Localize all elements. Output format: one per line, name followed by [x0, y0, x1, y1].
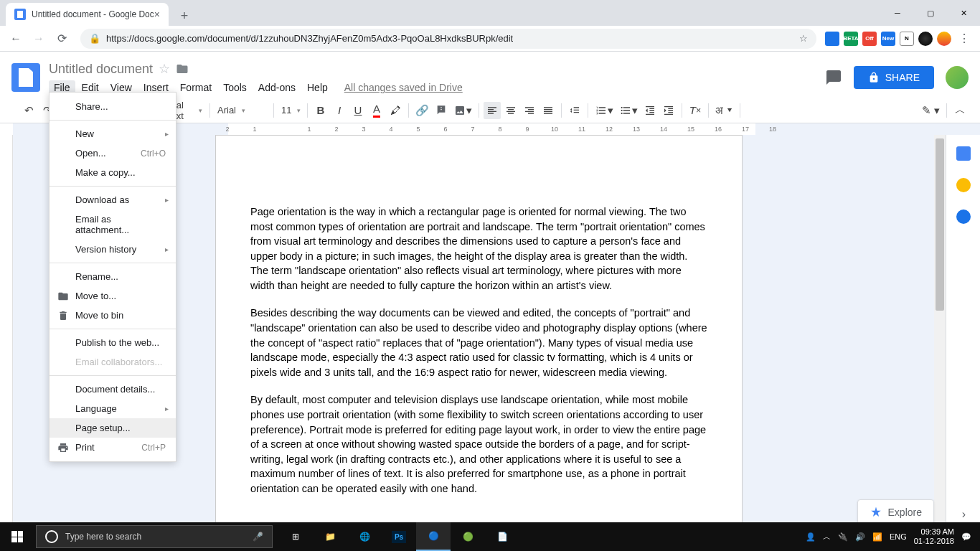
menu-email-attachment[interactable]: Email as attachment...: [50, 209, 176, 240]
extension-icon[interactable]: [825, 32, 839, 46]
align-center-button[interactable]: [502, 102, 519, 119]
extension-icon[interactable]: N: [900, 32, 914, 46]
star-icon[interactable]: ☆: [159, 61, 170, 77]
language-indicator[interactable]: ENG: [890, 532, 907, 541]
profile-icon[interactable]: [937, 32, 951, 46]
text-color-button[interactable]: A: [368, 102, 385, 119]
menu-publish[interactable]: Publish to the web...: [50, 333, 176, 352]
task-view-icon[interactable]: ⊞: [278, 522, 313, 551]
undo-button[interactable]: ↶: [20, 102, 37, 119]
save-status[interactable]: All changes saved in Drive: [344, 82, 463, 93]
account-avatar[interactable]: [946, 66, 969, 89]
menu-move-to[interactable]: Move to...: [50, 286, 176, 306]
bookmark-star-icon[interactable]: ☆: [799, 33, 808, 44]
underline-button[interactable]: U: [349, 102, 367, 119]
power-icon[interactable]: 🔌: [838, 532, 848, 542]
align-justify-button[interactable]: [540, 102, 557, 119]
app-icon[interactable]: 🌐: [347, 522, 382, 551]
docs-logo-icon[interactable]: [11, 63, 40, 92]
forward-button[interactable]: →: [29, 29, 49, 49]
comments-icon[interactable]: [825, 69, 842, 86]
new-tab-button[interactable]: +: [174, 6, 194, 26]
menu-addons[interactable]: Add-ons: [253, 80, 301, 95]
decrease-indent-button[interactable]: [641, 102, 659, 119]
vertical-ruler[interactable]: [0, 135, 13, 534]
menu-print[interactable]: PrintCtrl+P: [50, 438, 176, 457]
font-size-select[interactable]: 11: [278, 102, 303, 119]
photoshop-icon[interactable]: Ps: [382, 522, 416, 551]
extension-icon[interactable]: Off: [862, 32, 877, 46]
paragraph[interactable]: By default, most computer and television…: [250, 392, 707, 496]
back-button[interactable]: ←: [6, 29, 26, 49]
menu-make-copy[interactable]: Make a copy...: [50, 163, 176, 182]
volume-icon[interactable]: 🔊: [855, 532, 865, 542]
align-right-button[interactable]: [521, 102, 538, 119]
increase-indent-button[interactable]: [660, 102, 677, 119]
menu-rename[interactable]: Rename...: [50, 267, 176, 286]
notifications-icon[interactable]: 💬: [961, 532, 971, 542]
calendar-icon[interactable]: [956, 146, 971, 161]
extension-icon[interactable]: BETA: [844, 32, 858, 46]
extension-icon[interactable]: [918, 32, 933, 46]
mic-icon[interactable]: 🎤: [253, 532, 263, 542]
close-window-button[interactable]: ✕: [947, 0, 980, 26]
keep-icon[interactable]: [956, 178, 971, 192]
menu-help[interactable]: Help: [302, 80, 333, 95]
clock[interactable]: 09:39 AM 01-12-2018: [914, 527, 954, 546]
folder-icon[interactable]: [176, 62, 189, 75]
share-button[interactable]: SHARE: [854, 66, 934, 89]
document-title[interactable]: Untitled document: [49, 62, 153, 77]
reload-button[interactable]: ⟳: [52, 29, 72, 49]
menu-format[interactable]: Format: [175, 80, 217, 95]
menu-page-setup[interactable]: Page setup...: [50, 418, 176, 438]
maximize-button[interactable]: ▢: [914, 0, 947, 26]
wifi-icon[interactable]: 📶: [872, 532, 882, 542]
menu-language[interactable]: Language: [50, 399, 176, 418]
menu-tools[interactable]: Tools: [218, 80, 252, 95]
people-icon[interactable]: 👤: [806, 532, 816, 542]
numbered-list-button[interactable]: ▾: [593, 102, 616, 119]
tray-chevron-icon[interactable]: ︿: [823, 532, 831, 542]
menu-move-to-bin[interactable]: Move to bin: [50, 306, 176, 325]
menu-share[interactable]: Share...: [50, 97, 176, 116]
paragraph[interactable]: Besides describing the way documents can…: [250, 306, 707, 380]
close-tab-icon[interactable]: ×: [154, 9, 160, 20]
menu-document-details[interactable]: Document details...: [50, 380, 176, 399]
address-bar[interactable]: 🔒 https://docs.google.com/document/d/1zz…: [80, 29, 816, 49]
side-panel-toggle-icon[interactable]: ›: [962, 508, 966, 521]
start-button[interactable]: [0, 522, 34, 551]
bold-button[interactable]: B: [312, 102, 329, 119]
taskbar-search[interactable]: Type here to search 🎤: [36, 525, 273, 548]
align-left-button[interactable]: [484, 102, 501, 119]
explore-button[interactable]: Explore: [857, 499, 934, 525]
link-button[interactable]: 🔗: [413, 102, 431, 119]
minimize-button[interactable]: ─: [881, 0, 914, 26]
font-select[interactable]: Arial: [215, 102, 269, 119]
menu-version-history[interactable]: Version history: [50, 240, 176, 259]
line-spacing-button[interactable]: [566, 102, 583, 119]
comment-button[interactable]: [433, 102, 450, 119]
scrollbar[interactable]: [934, 135, 946, 534]
bullet-list-button[interactable]: ▾: [617, 102, 640, 119]
browser-menu-button[interactable]: ⋮: [954, 32, 974, 45]
chrome-icon[interactable]: 🔵: [416, 522, 451, 551]
menu-open[interactable]: Open...Ctrl+O: [50, 143, 176, 163]
italic-button[interactable]: I: [331, 102, 348, 119]
paragraph[interactable]: Page orientation is the way in which a r…: [250, 204, 707, 293]
tasks-icon[interactable]: [956, 209, 971, 224]
menu-download-as[interactable]: Download as: [50, 190, 176, 209]
clear-format-button[interactable]: T×: [687, 102, 704, 119]
notepad-icon[interactable]: 📄: [485, 522, 519, 551]
file-explorer-icon[interactable]: 📁: [313, 522, 347, 551]
scrollbar-thumb[interactable]: [936, 138, 944, 311]
document-page[interactable]: Page orientation is the way in which a r…: [215, 135, 743, 534]
extension-icon[interactable]: New: [881, 32, 895, 46]
input-tools-button[interactable]: अ ▾: [713, 102, 735, 119]
image-button[interactable]: ▾: [451, 102, 474, 119]
utorrent-icon[interactable]: 🟢: [451, 522, 485, 551]
collapse-toolbar-button[interactable]: ︿: [951, 102, 969, 119]
browser-tab[interactable]: Untitled document - Google Doc ×: [6, 3, 169, 26]
menu-new[interactable]: New: [50, 124, 176, 143]
highlight-button[interactable]: 🖍: [387, 102, 404, 119]
editing-mode-button[interactable]: ✎ ▾: [920, 102, 942, 119]
